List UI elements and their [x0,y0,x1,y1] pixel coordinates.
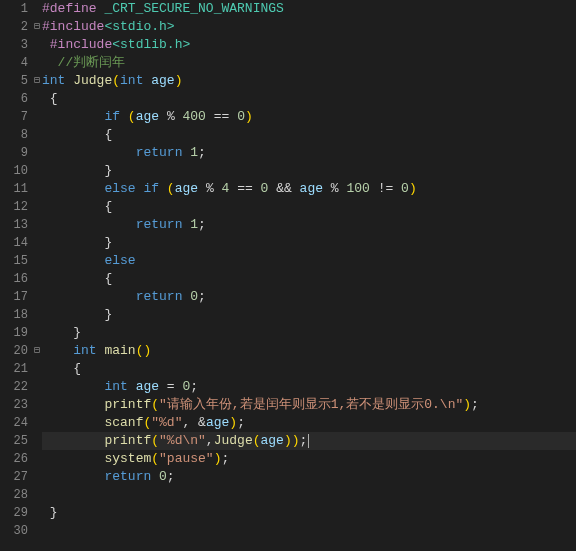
code-line[interactable]: #include<stdlib.h> [42,36,576,54]
fold-icon[interactable] [32,180,42,198]
code-line[interactable]: int main() [42,342,576,360]
code-line[interactable]: int age = 0; [42,378,576,396]
code-line[interactable]: } [42,504,576,522]
code-line[interactable]: printf("请输入年份,若是闰年则显示1,若不是则显示0.\n"); [42,396,576,414]
code-line[interactable]: } [42,306,576,324]
code-line[interactable]: { [42,126,576,144]
indent [42,181,104,196]
fold-icon[interactable] [32,432,42,450]
code-line[interactable]: { [42,360,576,378]
line-number: 16 [0,270,28,288]
fold-icon[interactable] [32,468,42,486]
fold-icon[interactable]: ⊟ [32,72,42,90]
fold-icon[interactable] [32,90,42,108]
indent [42,199,104,214]
fold-icon[interactable] [32,414,42,432]
fold-icon[interactable] [32,288,42,306]
code-line[interactable]: return 1; [42,144,576,162]
fold-icon[interactable] [32,144,42,162]
code-line[interactable]: #include<stdio.h> [42,18,576,36]
fold-icon[interactable]: ⊟ [32,18,42,36]
fold-icon[interactable] [32,108,42,126]
fold-icon[interactable]: ⊟ [32,342,42,360]
fold-icon[interactable] [32,36,42,54]
brace-token: { [104,127,112,142]
fold-icon[interactable] [32,198,42,216]
code-line[interactable]: else [42,252,576,270]
fold-icon[interactable] [32,396,42,414]
fold-icon[interactable] [32,252,42,270]
code-line[interactable]: } [42,324,576,342]
angle-close: > [182,37,190,52]
indent [42,397,104,412]
code-line[interactable]: if (age % 400 == 0) [42,108,576,126]
code-line[interactable]: return 0; [42,288,576,306]
fold-column: ⊟ ⊟ ⊟ [32,0,42,551]
fold-icon[interactable] [32,378,42,396]
type-token: int [73,343,96,358]
number-token: 100 [346,181,369,196]
paren-token: ) [292,433,300,448]
line-number: 3 [0,36,28,54]
code-line[interactable]: return 1; [42,216,576,234]
line-number: 26 [0,450,28,468]
code-line[interactable]: return 0; [42,468,576,486]
number-token: 0 [159,469,167,484]
fold-icon[interactable] [32,162,42,180]
fold-icon[interactable] [32,54,42,72]
code-line[interactable] [42,486,576,504]
semicolon-token: ; [198,289,206,304]
number-token: 1 [190,217,198,232]
code-line-current[interactable]: printf("%d\n",Judge(age)); [42,432,576,450]
code-line[interactable]: #define _CRT_SECURE_NO_WARNINGS [42,0,576,18]
line-number: 6 [0,90,28,108]
paren-token: ( [112,73,120,88]
fold-icon[interactable] [32,126,42,144]
code-line[interactable]: { [42,198,576,216]
paren-token: ) [284,433,292,448]
line-number: 29 [0,504,28,522]
macro-token: _CRT_SECURE_NO_WARNINGS [97,1,284,16]
code-line[interactable]: //判断闰年 [42,54,576,72]
fold-icon[interactable] [32,0,42,18]
line-number: 19 [0,324,28,342]
code-line[interactable]: } [42,162,576,180]
fold-icon[interactable] [32,306,42,324]
code-editor[interactable]: 1 2 3 4 5 6 7 8 9 10 11 12 13 14 15 16 1… [0,0,576,551]
paren-token: ) [245,109,253,124]
code-line[interactable]: scanf("%d", &age); [42,414,576,432]
code-area[interactable]: #define _CRT_SECURE_NO_WARNINGS #include… [42,0,576,551]
line-number: 25 [0,432,28,450]
code-line[interactable]: { [42,270,576,288]
fold-icon[interactable] [32,234,42,252]
fold-icon[interactable] [32,360,42,378]
fold-icon[interactable] [32,450,42,468]
variable-token: age [175,181,198,196]
indent [42,361,73,376]
operator-token: & [198,415,206,430]
fold-icon[interactable] [32,504,42,522]
variable-token: age [300,181,323,196]
code-line[interactable]: { [42,90,576,108]
angle-open: < [112,37,120,52]
function-token: scanf [104,415,143,430]
paren-token: ( [151,433,159,448]
fold-icon[interactable] [32,324,42,342]
code-line[interactable]: else if (age % 4 == 0 && age % 100 != 0) [42,180,576,198]
fold-icon[interactable] [32,522,42,540]
brace-token: } [104,163,112,178]
fold-icon[interactable] [32,270,42,288]
operator-token: % [206,181,214,196]
fold-icon[interactable] [32,216,42,234]
operator-token: % [167,109,175,124]
fold-icon[interactable] [32,486,42,504]
header-token: stdlib.h [120,37,182,52]
indent [42,307,104,322]
code-line[interactable]: } [42,234,576,252]
code-line[interactable]: system("pause"); [42,450,576,468]
code-line[interactable]: int Judge(int age) [42,72,576,90]
code-line[interactable] [42,522,576,540]
semicolon-token: ; [167,469,175,484]
brace-token: { [50,91,58,106]
brace-token: { [104,271,112,286]
